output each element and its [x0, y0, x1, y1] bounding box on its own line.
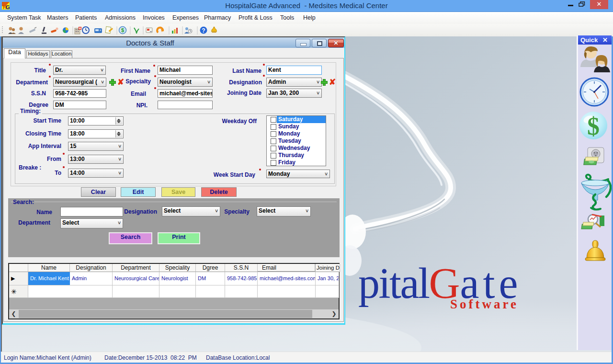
svg-text:$: $: [587, 113, 600, 140]
svg-text:$: $: [121, 27, 124, 33]
svg-text:?: ?: [202, 27, 205, 34]
